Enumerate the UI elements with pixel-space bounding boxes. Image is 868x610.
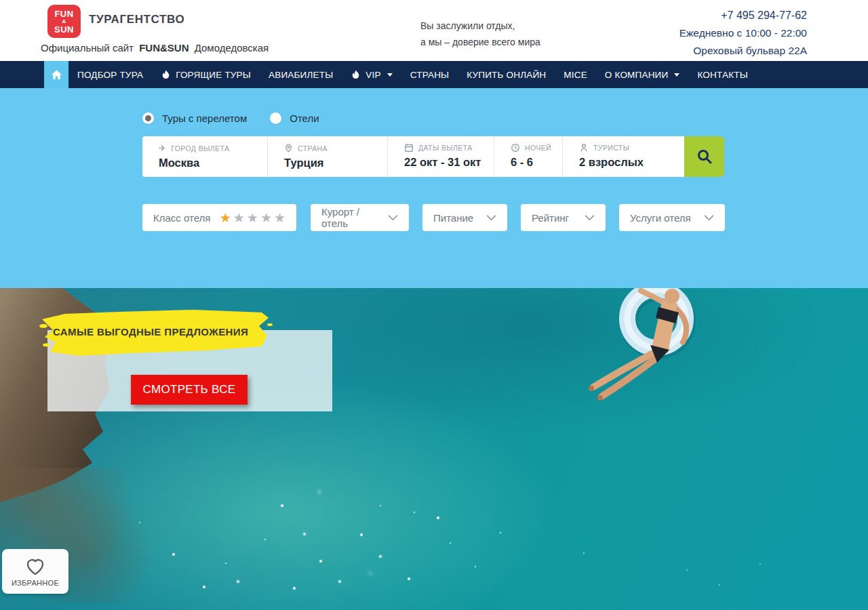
funsun-logo[interactable]: FUN & SUN xyxy=(47,5,81,38)
hotel-services-dropdown[interactable]: Услуги отеля xyxy=(619,204,725,231)
nav-home-tab[interactable] xyxy=(44,61,68,88)
subtitle-suffix: Домодедовская xyxy=(195,42,269,54)
water-sparkles xyxy=(0,288,1,289)
chevron-down-icon xyxy=(674,73,679,77)
radio-button[interactable] xyxy=(270,113,281,124)
resort-hotel-dropdown[interactable]: Курорт / отель xyxy=(311,204,409,231)
search-button[interactable] xyxy=(684,136,724,177)
search-section: Туры с перелетом Отели ✈ ГОРОД ВЫЛЕТА Мо… xyxy=(0,88,868,288)
logo-line: SUN xyxy=(54,25,74,34)
nav-item-vip[interactable]: VIP xyxy=(342,61,401,88)
filter-label: Питание xyxy=(433,212,473,224)
radio-label: Отели xyxy=(290,113,319,124)
nav-item-tour-search[interactable]: ПОДБОР ТУРА xyxy=(68,61,152,88)
clock-icon xyxy=(511,143,520,152)
brand-title: ТУРАГЕНТСТВО xyxy=(89,13,184,26)
banner-brush: САМЫЕ ВЫГОДНЫЕ ПРЕДЛОЖЕНИЯ xyxy=(38,306,273,361)
nav-label: КУПИТЬ ОНЛАЙН xyxy=(467,70,546,80)
flame-icon xyxy=(161,69,171,81)
tagline-line2: а мы – доверие всего мира xyxy=(420,34,540,50)
field-value: Москва xyxy=(159,157,267,169)
main-nav: ПОДБОР ТУРА ГОРЯЩИЕ ТУРЫ АВИАБИЛЕТЫ VIP … xyxy=(0,61,868,88)
nav-item-buy-online[interactable]: КУПИТЬ ОНЛАЙН xyxy=(458,61,555,88)
radio-tours-with-flight[interactable]: Туры с перелетом xyxy=(142,113,247,124)
hotel-class-filter[interactable]: Класс отеля ★ ★ ★ ★ ★ xyxy=(142,204,296,231)
phone-number[interactable]: +7 495 294-77-62 xyxy=(679,7,807,24)
departure-dates-field[interactable]: ДАТЫ ВЫЛЕТА 22 окт - 31 окт xyxy=(388,136,494,177)
subtitle-prefix: Официальный сайт xyxy=(41,42,134,54)
star-icon[interactable]: ★ xyxy=(260,211,272,224)
page: FUN & SUN ТУРАГЕНТСТВО Официальный сайт … xyxy=(0,0,868,610)
field-value: Турция xyxy=(284,157,387,169)
food-dropdown[interactable]: Питание xyxy=(422,204,507,231)
person-icon xyxy=(579,143,589,152)
nav-item-mice[interactable]: MICE xyxy=(555,61,596,88)
star-icon[interactable]: ★ xyxy=(247,211,258,224)
filter-label: Рейтинг xyxy=(532,212,569,224)
logo-line: & xyxy=(62,19,66,24)
field-label: СТРАНА xyxy=(298,144,328,152)
search-mode-row: Туры с перелетом Отели xyxy=(142,113,319,124)
woman-on-swim-ring xyxy=(573,288,736,413)
nav-label: АВИАБИЛЕТЫ xyxy=(269,70,333,80)
tagline-line1: Вы заслужили отдых, xyxy=(420,18,540,34)
search-icon xyxy=(696,148,713,165)
nav-label: КОНТАКТЫ xyxy=(697,70,747,80)
radio-hotels[interactable]: Отели xyxy=(270,113,319,124)
nav-label: О КОМПАНИИ xyxy=(605,70,669,80)
favorites-button[interactable]: ИЗБРАННОЕ xyxy=(2,549,68,594)
filter-label: Класс отеля xyxy=(153,212,210,224)
banner-title: САМЫЕ ВЫГОДНЫЕ ПРЕДЛОЖЕНИЯ xyxy=(53,326,248,338)
country-field[interactable]: СТРАНА Турция xyxy=(268,136,388,177)
address: Ореховый бульвар 22А xyxy=(679,42,807,60)
contact-block: +7 495 294-77-62 Ежедневно с 10:00 - 22:… xyxy=(679,7,807,60)
nav-item-about[interactable]: О КОМПАНИИ xyxy=(596,61,689,88)
nav-item-contacts[interactable]: КОНТАКТЫ xyxy=(688,61,756,88)
view-all-button[interactable]: СМОТРЕТЬ ВСЕ xyxy=(131,375,248,405)
star-icon[interactable]: ★ xyxy=(233,211,245,224)
rating-dropdown[interactable]: Рейтинг xyxy=(521,204,606,231)
logo-line: FUN xyxy=(54,9,73,18)
nav-item-countries[interactable]: СТРАНЫ xyxy=(401,61,458,88)
site-subtitle: Официальный сайт FUN&SUN Домодедовская xyxy=(41,42,269,54)
filter-label: Услуги отеля xyxy=(630,212,691,224)
field-label: НОЧЕЙ xyxy=(525,144,551,152)
star-icon[interactable]: ★ xyxy=(274,211,285,224)
radio-label: Туры с перелетом xyxy=(162,113,247,124)
field-label: ГОРОД ВЫЛЕТА xyxy=(171,144,229,152)
chevron-down-icon xyxy=(585,215,595,221)
plane-icon: ✈ xyxy=(159,143,166,153)
subtitle-brand: FUN&SUN xyxy=(139,42,189,54)
departure-city-field[interactable]: ✈ ГОРОД ВЫЛЕТА Москва xyxy=(142,136,268,177)
tagline: Вы заслужили отдых, а мы – доверие всего… xyxy=(420,18,540,50)
nights-field[interactable]: НОЧЕЙ 6 - 6 xyxy=(494,136,563,177)
star-icon[interactable]: ★ xyxy=(220,211,231,224)
filter-row: Класс отеля ★ ★ ★ ★ ★ Курорт / отель Пит… xyxy=(142,204,725,231)
field-label: ДАТЫ ВЫЛЕТА xyxy=(418,144,473,152)
field-value: 22 окт - 31 окт xyxy=(404,156,494,169)
nav-item-hot-tours[interactable]: ГОРЯЩИЕ ТУРЫ xyxy=(152,61,260,88)
radio-button[interactable] xyxy=(142,113,154,124)
tourists-field[interactable]: ТУРИСТЫ 2 взрослых xyxy=(563,136,684,177)
flame-icon xyxy=(351,69,361,81)
nav-label: MICE xyxy=(564,70,587,80)
nav-label: ПОДБОР ТУРА xyxy=(77,70,143,80)
nav-label: СТРАНЫ xyxy=(410,70,450,80)
chevron-down-icon xyxy=(388,215,398,221)
chevron-down-icon xyxy=(486,215,496,221)
nav-label: VIP xyxy=(366,70,380,80)
star-rating[interactable]: ★ ★ ★ ★ ★ xyxy=(220,211,285,224)
nav-label: ГОРЯЩИЕ ТУРЫ xyxy=(176,70,251,80)
working-hours: Ежедневно с 10:00 - 22:00 xyxy=(679,24,807,42)
nav-item-air-tickets[interactable]: АВИАБИЛЕТЫ xyxy=(260,61,342,88)
favorites-label: ИЗБРАННОЕ xyxy=(12,579,59,587)
chevron-down-icon xyxy=(387,73,393,77)
search-bar: ✈ ГОРОД ВЫЛЕТА Москва СТРАНА Турция xyxy=(142,136,724,177)
field-value: 2 взрослых xyxy=(579,156,684,169)
hero-photo: САМЫЕ ВЫГОДНЫЕ ПРЕДЛОЖЕНИЯ СМОТРЕТЬ ВСЕ xyxy=(0,288,868,610)
header: FUN & SUN ТУРАГЕНТСТВО Официальный сайт … xyxy=(0,0,868,61)
calendar-icon xyxy=(404,143,414,152)
field-value: 6 - 6 xyxy=(511,156,562,169)
chevron-down-icon xyxy=(704,215,714,221)
home-icon xyxy=(51,69,62,80)
